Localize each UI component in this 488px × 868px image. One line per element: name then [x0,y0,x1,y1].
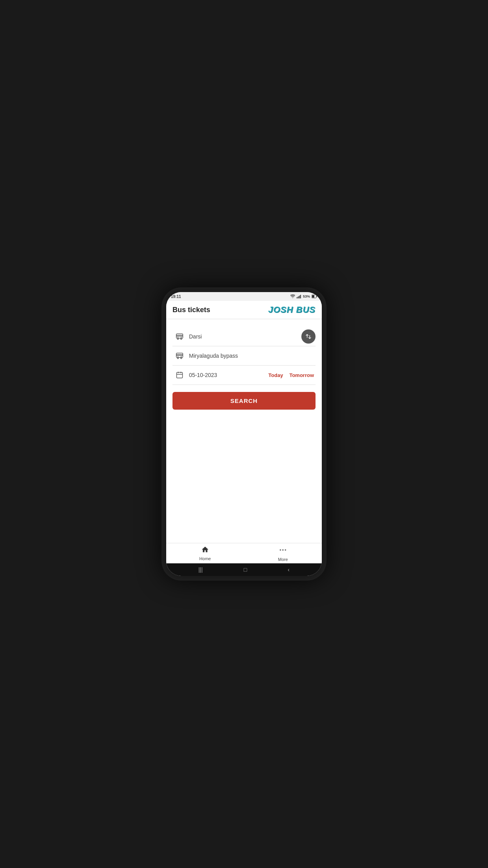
date-row: 05-10-2023 Today Tomorrow [172,366,316,385]
status-bar: 19:11 53% [166,292,322,301]
calendar-icon [174,370,185,381]
to-bus-icon [174,350,185,361]
nav-item-more[interactable]: More [244,546,322,562]
status-icons: 53% [290,294,317,298]
svg-point-0 [292,298,293,298]
nav-label-home: Home [199,556,211,561]
status-time: 19:11 [171,294,181,299]
svg-point-9 [177,338,178,339]
more-icon [279,546,287,556]
today-button[interactable]: Today [268,372,283,378]
to-row: Miryalaguda bypass [172,346,316,366]
svg-point-10 [181,338,182,339]
svg-point-15 [181,357,182,359]
swap-button[interactable] [301,329,316,344]
svg-point-18 [282,549,284,551]
wifi-icon [290,294,295,298]
svg-rect-16 [177,372,183,378]
svg-rect-4 [300,295,301,298]
svg-rect-2 [298,296,299,298]
battery-level: 53% [303,294,310,298]
date-shortcuts: Today Tomorrow [268,372,314,378]
android-nav-bar: ||| □ ‹ [166,563,322,576]
signal-icon [297,294,301,298]
svg-rect-1 [297,297,297,298]
svg-rect-7 [317,296,317,297]
from-row: Darsi [172,327,316,346]
android-back-button[interactable]: ‹ [288,566,290,573]
svg-point-14 [177,357,178,359]
android-home-button[interactable]: □ [244,566,247,573]
tomorrow-button[interactable]: Tomorrow [289,372,314,378]
main-content: Darsi [166,319,322,543]
svg-point-19 [285,549,286,551]
app-title: Bus tickets [172,306,210,314]
phone-screen: 19:11 53% [166,292,322,576]
from-bus-icon [174,331,185,342]
nav-label-more: More [278,557,288,562]
svg-rect-3 [299,296,300,298]
android-recents-button[interactable]: ||| [198,566,203,573]
search-button[interactable]: SEARCH [172,392,316,410]
nav-item-home[interactable]: Home [166,546,244,562]
to-value[interactable]: Miryalaguda bypass [189,353,314,359]
phone-frame: 19:11 53% [161,287,327,581]
from-value[interactable]: Darsi [189,333,314,340]
battery-icon [312,294,317,298]
svg-point-17 [280,549,281,551]
home-icon [201,546,209,555]
svg-rect-6 [312,295,314,298]
search-form: Darsi [172,326,316,411]
app-header: Bus tickets JOSH BUS [166,301,322,319]
bottom-nav: Home More [166,543,322,563]
app-logo: JOSH BUS [268,305,316,315]
date-value[interactable]: 05-10-2023 [189,372,268,378]
